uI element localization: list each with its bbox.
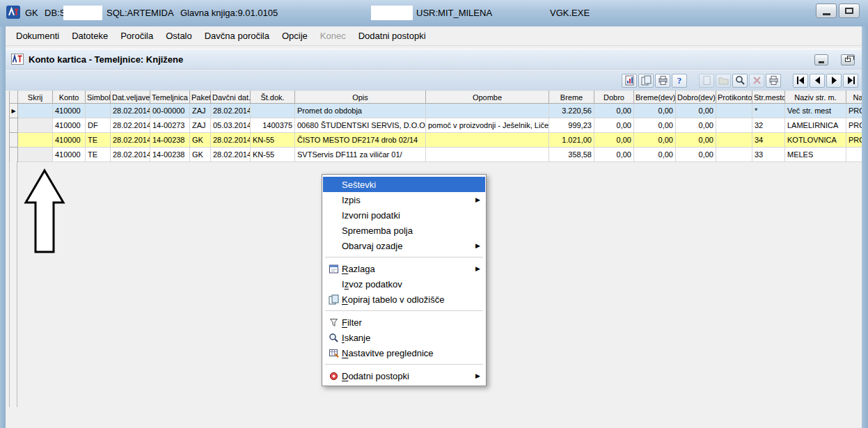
cell-paket[interactable]: GK [190,133,211,148]
cell-breme-dev[interactable]: 0,00 [634,118,676,133]
cell-simbol[interactable]: DF [86,118,111,133]
cell-temeljnica[interactable]: 00-00000 [150,104,190,118]
table-row[interactable]: 410000TE28.02.201414-00238GK28.02.2014KN… [10,148,862,162]
cell-breme[interactable]: 358,58 [549,148,594,162]
cell-naziv-str-m[interactable]: LAMELIRNICA [785,118,846,133]
cell-na[interactable]: PRO [846,133,862,148]
cell-davcni-dat[interactable]: 28.02.2014 [211,133,251,148]
cell-opis[interactable]: 00680 ŠTUDENTSKI SERVIS, D.O.O [295,118,426,133]
cell-temeljnica[interactable]: 14-00273 [150,118,190,133]
zoom-icon[interactable] [732,74,748,88]
context-menu-item-seštevki[interactable]: Seštevki [323,177,485,192]
cell-davcni-dat[interactable]: 05.03.2014 [211,118,251,133]
row-selector-cell[interactable] [10,133,18,148]
cell-str-mesto[interactable]: 32 [752,118,785,133]
column-header-na[interactable]: Na [846,91,862,104]
column-header-str-mesto[interactable]: Str.mesto [752,91,785,104]
row-selector-cell[interactable] [10,118,18,133]
cell-dobro-dev[interactable]: 0,00 [676,104,716,118]
menu-davčna-poročila[interactable]: Davčna poročila [198,27,276,45]
cell-simbol[interactable]: TE [86,148,111,162]
cell-dobro[interactable]: 0,00 [594,118,634,133]
cell-opombe[interactable] [426,148,549,162]
context-menu-item-iskanje[interactable]: Iskanje [323,330,485,345]
cell-breme[interactable]: 1.021,00 [549,133,594,148]
column-header-breme[interactable]: Breme [549,91,594,104]
menu-poročila[interactable]: Poročila [114,27,159,45]
table-row[interactable]: ▶41000028.02.201400-00000ZAJ28.02.2014Pr… [10,104,862,118]
cell-dobro-dev[interactable]: 0,00 [676,118,716,133]
cell-protikonto[interactable] [716,104,752,118]
cell-temeljnica[interactable]: 14-00238 [150,148,190,162]
cell-opombe[interactable] [426,104,549,118]
cell-paket[interactable]: GK [190,148,211,162]
cell-breme-dev[interactable]: 0,00 [634,133,676,148]
context-menu-item-dodatni-postopki[interactable]: Dodatni postopki▶ [323,368,485,383]
cell-dat-veljave[interactable]: 28.02.2014 [111,118,150,133]
cell-dat-veljave[interactable]: 28.02.2014 [111,133,150,148]
cell-konto[interactable]: 410000 [53,104,86,118]
cell-skrij[interactable] [18,133,53,148]
cell-breme-dev[interactable]: 0,00 [634,148,676,162]
cell-simbol[interactable]: TE [86,133,111,148]
column-header-paket[interactable]: Paket [190,91,211,104]
column-header-dobro[interactable]: Dobro [594,91,634,104]
column-header-dobro-dev[interactable]: Dobro(dev) [676,91,716,104]
cell-konto[interactable]: 410000 [53,133,86,148]
maximize-button[interactable] [839,3,860,18]
last-record-icon[interactable] [843,74,858,88]
print-icon[interactable] [766,74,781,88]
menu-datoteke[interactable]: Datoteke [65,27,114,45]
copy-table-icon[interactable] [638,74,654,88]
cell-naziv-str-m[interactable]: KOTLOVNICA [785,133,846,148]
menu-opcije[interactable]: Opcije [276,27,314,45]
cell-str-mesto[interactable]: * [752,104,785,118]
first-record-icon[interactable] [793,74,808,88]
inner-minimize-button[interactable] [814,54,828,65]
cell-st-dok[interactable]: 1400375 [251,118,295,133]
cell-skrij[interactable] [18,118,53,133]
table-row[interactable]: 410000TE28.02.201414-00238GK28.02.2014KN… [10,133,862,148]
column-header-simbol[interactable]: Simbol [86,91,111,104]
cell-protikonto[interactable] [716,133,752,148]
cell-davcni-dat[interactable]: 28.02.2014 [211,104,251,118]
cell-dat-veljave[interactable]: 28.02.2014 [111,104,150,118]
cell-naziv-str-m[interactable]: Več str. mest [785,104,846,118]
cell-dobro[interactable]: 0,00 [594,148,634,162]
new-icon[interactable] [699,74,714,88]
cell-dobro-dev[interactable]: 0,00 [676,133,716,148]
cell-opis[interactable]: SVTServis DF111 za viličar 01/ [295,148,426,162]
cell-naziv-str-m[interactable]: MELES [785,148,846,162]
cell-opis[interactable]: ČISTO MESTO DF2174 drob 02/14 [295,133,426,148]
context-menu-item-kopiraj-tabelo-v-odložišče[interactable]: Kopiraj tabelo v odložišče [323,292,485,307]
column-header-naziv-str-m[interactable]: Naziv str. m. [785,91,846,104]
cell-na[interactable]: PRO [846,104,862,118]
context-menu-item-nastavitve-preglednice[interactable]: Nastavitve preglednice [323,345,485,360]
cell-na[interactable] [846,148,862,162]
context-menu-item-filter[interactable]: Filter [323,315,485,330]
cell-dobro[interactable]: 0,00 [594,104,634,118]
menu-ostalo[interactable]: Ostalo [159,27,198,45]
cell-temeljnica[interactable]: 14-00238 [150,133,190,148]
column-header-skrij[interactable]: Skrij [18,91,53,104]
cell-konto[interactable]: 410000 [53,118,86,133]
column-header-st-dok[interactable]: Št.dok. [251,91,295,104]
cell-st-dok[interactable] [251,104,295,118]
next-record-icon[interactable] [826,74,842,88]
cell-davcni-dat[interactable]: 28.02.2014 [211,148,251,162]
cell-protikonto[interactable] [716,148,752,162]
table-row[interactable]: 410000DF28.02.201414-00273ZAJ05.03.20141… [10,118,862,133]
context-menu-item-obarvaj-ozadje[interactable]: Obarvaj ozadje▶ [323,238,485,253]
context-menu-item-izpis[interactable]: Izpis▶ [323,192,485,207]
cell-dobro[interactable]: 0,00 [594,133,634,148]
open-icon[interactable] [716,74,731,88]
cell-paket[interactable]: ZAJ [190,118,211,133]
cell-skrij[interactable] [18,148,53,162]
context-menu-item-sprememba-polja[interactable]: Sprememba polja [323,223,485,238]
column-header-davcni-dat[interactable]: Davčni dat. [211,91,251,104]
cell-konto[interactable]: 410000 [53,148,86,162]
report-icon[interactable] [622,74,637,88]
inner-restore-button[interactable] [841,54,855,65]
cell-opombe[interactable]: pomoč v proizvodnji - Ješelnik, Ličen [426,118,549,133]
context-menu-item-izvoz-podatkov[interactable]: Izvoz podatkov [323,276,485,292]
